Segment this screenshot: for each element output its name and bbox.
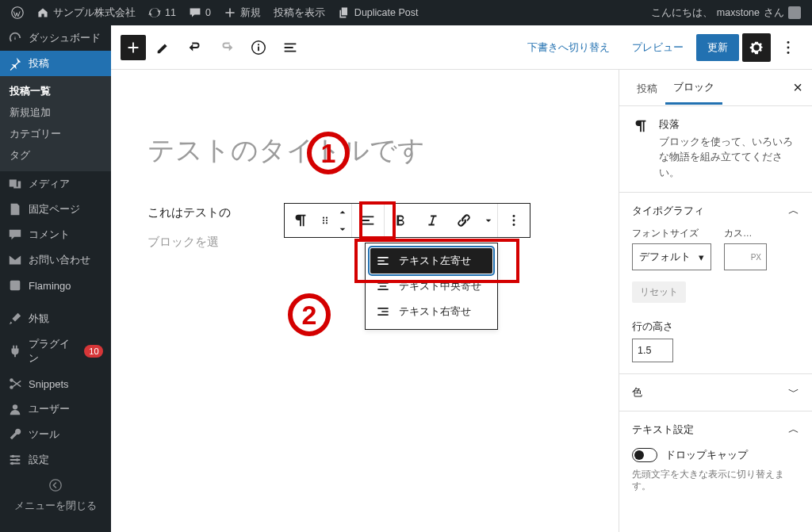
move-down-button[interactable] (334, 220, 351, 237)
wrench-icon (8, 427, 22, 442)
plus-icon (224, 6, 236, 19)
redo-icon (218, 39, 236, 56)
updates[interactable]: 11 (142, 0, 182, 25)
drag-icon (319, 214, 331, 227)
font-size-select[interactable]: デフォルト▾ (632, 243, 711, 270)
menu-media[interactable]: メディア (0, 171, 111, 197)
chevron-down-icon (482, 214, 495, 227)
more-menu-button[interactable] (774, 33, 802, 62)
scissors-icon (8, 377, 22, 391)
tab-block[interactable]: ブロック (665, 71, 722, 105)
redo-button[interactable] (213, 33, 241, 62)
chevron-down-icon: ﹀ (788, 385, 799, 400)
editor-canvas[interactable]: テストのタイトルです これはテストのxxxxxxxxxxxxxxxxxxxxxx… (111, 70, 619, 532)
settings-toggle[interactable] (742, 33, 771, 62)
menu-dashboard[interactable]: ダッシュボード (0, 25, 111, 51)
menu-comments[interactable]: コメント (0, 222, 111, 247)
menu-flamingo[interactable]: Flamingo (0, 273, 111, 298)
align-center-option[interactable]: テキスト中央寄せ (370, 274, 492, 299)
submenu-posts-list[interactable]: 投稿一覧 (0, 81, 111, 102)
submenu-tags[interactable]: タグ (0, 145, 111, 166)
block-more-button[interactable] (498, 204, 530, 237)
pin-icon (8, 56, 22, 71)
home-icon (36, 6, 49, 19)
info-button[interactable] (244, 33, 273, 62)
submenu-posts-new[interactable]: 新規追加 (0, 102, 111, 124)
posts-submenu: 投稿一覧 新規追加 カテゴリー タグ (0, 76, 111, 171)
chevron-up-icon[interactable]: ︿ (788, 423, 799, 437)
editor-header: 下書きへ切り替え プレビュー 更新 (111, 25, 812, 70)
bold-button[interactable] (385, 204, 416, 237)
admin-bar: サンプル株式会社 11 0 新規 投稿を表示 Duplicate Post こん… (0, 0, 812, 25)
user-icon (8, 402, 22, 416)
site-name[interactable]: サンプル株式会社 (30, 0, 142, 25)
undo-button[interactable] (181, 33, 209, 62)
menu-contact[interactable]: お問い合わせ (0, 247, 111, 273)
block-summary: 段落 ブロックを使って、いろいろな物語を組み立ててください。 (619, 106, 812, 193)
menu-posts[interactable]: 投稿 (0, 51, 111, 76)
move-up-button[interactable] (334, 204, 351, 220)
menu-settings[interactable]: 設定 (0, 447, 111, 473)
svg-point-4 (13, 404, 17, 409)
drop-cap-toggle[interactable] (632, 448, 657, 462)
switch-draft-button[interactable]: 下書きへ切り替え (518, 34, 619, 61)
menu-appearance[interactable]: 外観 (0, 306, 111, 331)
more-vert-icon (779, 39, 797, 56)
svg-point-21 (513, 215, 515, 217)
menu-tools[interactable]: ツール (0, 422, 111, 447)
svg-point-16 (326, 217, 327, 219)
account[interactable]: こんにちは、maxstone さん (645, 0, 807, 25)
color-panel[interactable]: 色﹀ (619, 374, 812, 411)
menu-snippets[interactable]: Snippets (0, 371, 111, 396)
custom-size-input[interactable]: PX (724, 243, 767, 270)
annotation-circle-2: 2 (288, 293, 331, 336)
line-height-input[interactable]: 1.5 (632, 339, 673, 362)
drop-cap-hint: 先頭文字を大きな表示に切り替えます。 (632, 469, 799, 492)
mail-icon (8, 253, 22, 267)
svg-point-22 (513, 220, 515, 222)
preview-button[interactable]: プレビュー (622, 34, 693, 61)
menu-plugins[interactable]: プラグイン10 (0, 331, 111, 371)
drop-cap-label: ドロップキャップ (665, 448, 748, 462)
comments-count[interactable]: 0 (182, 0, 217, 25)
comment-icon (189, 6, 201, 19)
chevron-up-icon[interactable]: ︿ (788, 204, 799, 218)
info-icon (250, 39, 267, 56)
bold-icon (392, 212, 409, 229)
align-right-option[interactable]: テキスト右寄せ (370, 299, 492, 324)
comment-icon (8, 228, 22, 242)
inspector-panel: 投稿 ブロック × 段落 ブロックを使って、いろいろな物語を組み立ててください。… (619, 70, 812, 532)
more-rich-button[interactable] (480, 204, 497, 237)
add-block-button[interactable] (121, 35, 146, 60)
block-type-button[interactable] (285, 204, 316, 237)
edit-mode-button[interactable] (149, 33, 178, 62)
tab-post[interactable]: 投稿 (629, 72, 665, 104)
reset-button[interactable]: リセット (632, 281, 686, 303)
align-left-icon (359, 212, 377, 229)
svg-point-2 (10, 378, 13, 382)
admin-sidebar: ダッシュボード 投稿 投稿一覧 新規追加 カテゴリー タグ メディア 固定ページ… (0, 25, 111, 532)
menu-collapse[interactable]: メニューを閉じる (0, 473, 111, 519)
outline-button[interactable] (276, 33, 304, 62)
update-button[interactable]: 更新 (696, 34, 739, 61)
new-content[interactable]: 新規 (217, 0, 267, 25)
link-button[interactable] (448, 204, 480, 237)
submenu-categories[interactable]: カテゴリー (0, 124, 111, 145)
chevron-up-icon (336, 206, 349, 219)
svg-point-12 (787, 41, 790, 44)
svg-point-0 (12, 7, 23, 18)
wp-logo[interactable] (5, 0, 30, 25)
align-button[interactable] (352, 204, 384, 237)
drag-handle[interactable] (316, 204, 334, 237)
align-left-option[interactable]: テキスト左寄せ (370, 248, 492, 274)
svg-point-23 (513, 224, 515, 226)
view-post[interactable]: 投稿を表示 (267, 0, 331, 25)
menu-users[interactable]: ユーザー (0, 396, 111, 422)
svg-rect-1 (10, 281, 21, 291)
italic-button[interactable] (416, 204, 448, 237)
close-inspector-button[interactable]: × (793, 78, 802, 97)
post-title[interactable]: テストのタイトルです (143, 133, 587, 167)
menu-pages[interactable]: 固定ページ (0, 197, 111, 222)
duplicate-post[interactable]: Duplicate Post (331, 0, 425, 25)
link-icon (455, 212, 473, 229)
